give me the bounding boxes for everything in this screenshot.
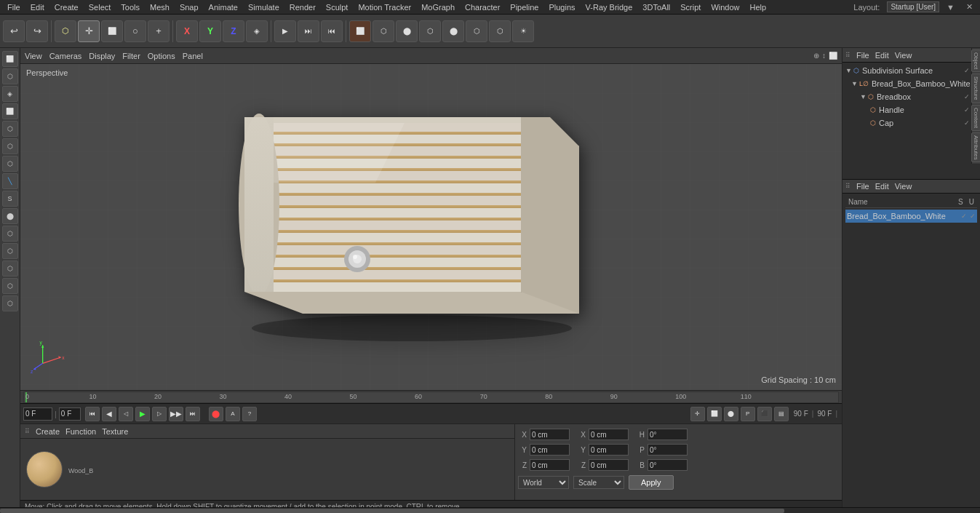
left-tool-7[interactable]: ⬡ bbox=[2, 156, 18, 172]
left-tool-2[interactable]: ⬡ bbox=[2, 68, 18, 84]
select-tool-button[interactable]: ⬡ bbox=[55, 20, 76, 42]
object-tree[interactable]: ▼ ⬡ Subdivision Surface ✓ ✓ ▼ L∅ Bread_B… bbox=[842, 63, 980, 179]
undo-button[interactable]: ↩ bbox=[3, 20, 25, 42]
light-tool-button[interactable]: ☀ bbox=[512, 20, 534, 42]
attr-vis-s[interactable]: ✓ bbox=[961, 212, 967, 220]
camera-tool-button[interactable]: ⬡ bbox=[489, 20, 511, 42]
viewport-nav-2[interactable]: ↕ bbox=[822, 52, 826, 60]
z-pos-input[interactable] bbox=[530, 459, 570, 471]
menu-render[interactable]: Render bbox=[285, 1, 320, 13]
obj-menu-edit[interactable]: Edit bbox=[875, 51, 889, 60]
layout-selector[interactable]: Startup [User] bbox=[887, 1, 939, 12]
attr-menu-view[interactable]: View bbox=[895, 182, 912, 191]
left-tool-4[interactable]: ⬜ bbox=[2, 103, 18, 119]
breadbox-sub-collapse-icon[interactable]: ▼ bbox=[860, 93, 867, 100]
right-panel-scrollbar[interactable] bbox=[842, 507, 980, 513]
menu-file[interactable]: File bbox=[3, 1, 25, 13]
viewport-nav-3[interactable]: ⬜ bbox=[829, 52, 837, 60]
cylinder-tool-button[interactable]: ⬤ bbox=[396, 20, 418, 42]
menu-sculpt[interactable]: Sculpt bbox=[322, 1, 353, 13]
spline-tool-button[interactable]: ⬡ bbox=[419, 20, 441, 42]
left-tool-15[interactable]: ⬡ bbox=[2, 295, 18, 311]
left-tool-3[interactable]: ◈ bbox=[2, 86, 18, 102]
viewport-menu-options[interactable]: Options bbox=[148, 52, 175, 60]
menu-create[interactable]: Create bbox=[50, 1, 83, 13]
snap-button[interactable]: ⬜ bbox=[707, 407, 722, 421]
attr-row-breadbox[interactable]: Bread_Box_Bamboo_White ✓ ✓ bbox=[845, 210, 977, 223]
left-tool-11[interactable]: ⬡ bbox=[2, 226, 18, 242]
menu-vray-bridge[interactable]: V-Ray Bridge bbox=[581, 1, 637, 13]
breadbox-sub-vis-1[interactable]: ✓ bbox=[964, 93, 970, 100]
scale-tool-button[interactable]: ⬜ bbox=[101, 20, 123, 42]
layout-arrow-icon[interactable]: ▼ bbox=[942, 1, 959, 13]
step-back-button[interactable]: ◁ bbox=[119, 407, 133, 421]
tree-item-subdivision[interactable]: ▼ ⬡ Subdivision Surface ✓ ✓ bbox=[842, 64, 980, 77]
scale-mode-select[interactable]: Scale bbox=[573, 476, 624, 489]
obj-menu-view[interactable]: View bbox=[895, 51, 912, 60]
x-axis-button[interactable]: X bbox=[176, 20, 198, 42]
grid-button[interactable]: ⬛ bbox=[757, 407, 772, 421]
y-scale-input[interactable] bbox=[589, 444, 629, 456]
material-swatch[interactable] bbox=[26, 451, 63, 488]
layout2-button[interactable]: ▤ bbox=[774, 407, 789, 421]
tree-item-handle[interactable]: ⬡ Handle ✓ ✓ bbox=[842, 103, 980, 116]
left-tool-12[interactable]: ⬡ bbox=[2, 243, 18, 259]
menu-edit[interactable]: Edit bbox=[26, 1, 49, 13]
x-pos-input[interactable] bbox=[530, 429, 570, 440]
left-tool-5[interactable]: ⬡ bbox=[2, 121, 18, 137]
move-tool-button[interactable]: ✛ bbox=[78, 20, 100, 42]
rotate-tool-button[interactable]: ○ bbox=[124, 20, 146, 42]
tree-item-breadbox[interactable]: ▼ L∅ Bread_Box_Bamboo_White ✓ ✓ bbox=[842, 77, 980, 90]
viewport-menu-display[interactable]: Display bbox=[89, 52, 115, 60]
viewport-3d[interactable]: Perspective Grid Spacing : 10 cm bbox=[20, 64, 842, 390]
mat-menu-create[interactable]: Create bbox=[36, 427, 60, 436]
y-axis-button[interactable]: Y bbox=[199, 20, 221, 42]
frame-first-button[interactable]: ⏮ bbox=[85, 407, 100, 421]
current-frame-input[interactable] bbox=[23, 407, 52, 421]
structure-tab[interactable]: Structure bbox=[971, 73, 980, 103]
subdivision-collapse-icon[interactable]: ▼ bbox=[845, 67, 852, 74]
z-scale-input[interactable] bbox=[589, 459, 629, 471]
attr-vis-u[interactable]: ✓ bbox=[970, 212, 976, 220]
menu-pipeline[interactable]: Pipeline bbox=[506, 1, 543, 13]
menu-motion-tracker[interactable]: Motion Tracker bbox=[354, 1, 415, 13]
attr-menu-file[interactable]: File bbox=[856, 182, 869, 191]
left-tool-6[interactable]: ⬡ bbox=[2, 138, 18, 154]
play-button[interactable]: ▶ bbox=[135, 407, 150, 421]
step-forward-button[interactable]: ▷ bbox=[152, 407, 167, 421]
motion-blur-button[interactable]: ⬤ bbox=[724, 407, 738, 421]
mat-menu-function[interactable]: Function bbox=[65, 427, 96, 436]
timeline-ruler[interactable]: 0 10 20 30 40 50 60 70 80 90 100 110 bbox=[20, 390, 842, 403]
play-forward-button[interactable]: ▶▶ bbox=[169, 407, 183, 421]
viewport-menu-filter[interactable]: Filter bbox=[122, 52, 140, 60]
left-tool-1[interactable]: ⬜ bbox=[2, 51, 18, 67]
obj-menu-file[interactable]: File bbox=[856, 51, 869, 60]
timeline-track[interactable]: 0 10 20 30 40 50 60 70 80 90 100 110 bbox=[23, 391, 839, 403]
menu-select[interactable]: Select bbox=[84, 1, 116, 13]
left-tool-10[interactable]: ⬤ bbox=[2, 208, 18, 224]
nurbs-tool-button[interactable]: ⬤ bbox=[442, 20, 464, 42]
frame-start-input[interactable] bbox=[59, 407, 81, 421]
menu-mograph[interactable]: MoGraph bbox=[417, 1, 459, 13]
object-tab[interactable]: Object bbox=[971, 49, 980, 72]
menu-character[interactable]: Character bbox=[461, 1, 504, 13]
tree-item-breadbox-sub[interactable]: ▼ ⬡ Breadbox ✓ ✓ bbox=[842, 90, 980, 103]
menu-snap[interactable]: Snap bbox=[175, 1, 203, 13]
key-sel-button[interactable]: ? bbox=[242, 407, 257, 421]
left-tool-8[interactable]: ╲ bbox=[2, 173, 18, 189]
viewport-menu-panel[interactable]: Panel bbox=[183, 52, 203, 60]
menu-animate[interactable]: Animate bbox=[204, 1, 242, 13]
handle-vis-1[interactable]: ✓ bbox=[964, 106, 970, 114]
motion-path-button[interactable]: ✛ bbox=[690, 407, 705, 421]
left-tool-9[interactable]: S bbox=[2, 191, 18, 207]
attributes-tab[interactable]: Attributes bbox=[971, 132, 980, 163]
redo-button[interactable]: ↪ bbox=[26, 20, 48, 42]
y-pos-input[interactable] bbox=[530, 444, 570, 456]
attr-menu-edit[interactable]: Edit bbox=[875, 182, 889, 191]
sphere-tool-button[interactable]: ⬡ bbox=[373, 20, 394, 42]
close-icon[interactable]: ✕ bbox=[962, 1, 977, 13]
menu-tools[interactable]: Tools bbox=[116, 1, 144, 13]
cube-tool-button[interactable]: ⬜ bbox=[349, 20, 371, 42]
menu-script[interactable]: Script bbox=[676, 1, 705, 13]
tree-item-cap[interactable]: ⬡ Cap ✓ ✓ bbox=[842, 116, 980, 130]
